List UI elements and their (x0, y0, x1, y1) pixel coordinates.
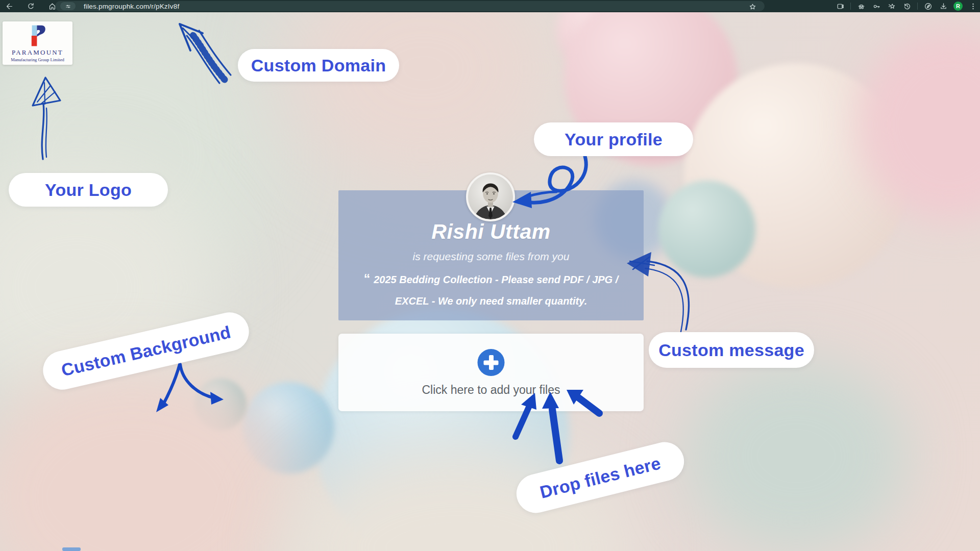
fog-teal-right (684, 359, 909, 551)
progress-dot-artifact (62, 547, 81, 551)
downloads-icon[interactable] (938, 1, 948, 11)
add-files-plus-icon[interactable] (478, 349, 505, 376)
menu-kebab-icon[interactable] (968, 1, 978, 11)
annotation-your-profile: Your profile (534, 122, 693, 156)
custom-message-text: “2025 Bedding Collection - Please send P… (338, 268, 644, 312)
requester-name: Rishi Uttam (338, 220, 644, 244)
message-line-1: 2025 Bedding Collection - Please send PD… (374, 274, 618, 285)
url-text[interactable]: files.pmgrouphk.com/r/pKzIv8f (84, 3, 179, 10)
sphere-teal (658, 181, 755, 278)
logo-title: PARAMOUNT (12, 48, 63, 57)
annotation-custom-domain: Custom Domain (238, 49, 399, 82)
energy-saver-icon[interactable] (923, 1, 933, 11)
annotation-label: Custom Domain (251, 56, 386, 76)
annotation-label: Custom message (658, 340, 804, 360)
history-icon[interactable] (902, 1, 912, 11)
site-settings-icon[interactable] (60, 2, 76, 10)
browser-profile-avatar[interactable]: R (953, 2, 963, 11)
company-logo: PARAMOUNT Manufacturing Group Limited (3, 21, 72, 65)
starburst-icon[interactable] (887, 1, 897, 11)
incognito-icon[interactable] (856, 1, 866, 11)
reload-icon[interactable] (26, 1, 36, 11)
toolbar-divider (850, 3, 851, 10)
toolbar-divider (917, 3, 918, 10)
annotation-your-logo: Your Logo (9, 173, 168, 207)
fog-pink-bottom (0, 364, 296, 551)
annotation-custom-message: Custom message (649, 332, 814, 368)
address-bar[interactable]: files.pmgrouphk.com/r/pKzIv8f (55, 1, 765, 11)
profile-avatar (466, 172, 515, 221)
bookmark-star-icon[interactable] (747, 2, 757, 12)
cloud-shape (286, 12, 561, 186)
annotation-label: Your profile (565, 130, 663, 149)
paramount-logo-mark (29, 24, 46, 47)
browser-toolbar: files.pmgrouphk.com/r/pKzIv8f (0, 0, 980, 12)
quote-mark: “ (364, 271, 371, 286)
back-icon[interactable] (4, 1, 14, 11)
request-subtitle: is requesting some files from you (338, 251, 644, 263)
annotation-label: Your Logo (45, 180, 132, 200)
file-upload-dropzone[interactable]: Click here to add your files (338, 334, 644, 411)
password-key-icon[interactable] (871, 1, 881, 11)
screenshot-root: files.pmgrouphk.com/r/pKzIv8f (0, 0, 980, 551)
logo-subtitle: Manufacturing Group Limited (11, 57, 64, 62)
extensions-icon[interactable] (835, 1, 845, 11)
dropzone-label: Click here to add your files (338, 383, 644, 397)
message-line-2: EXCEL - We only need smaller quantity. (395, 295, 587, 307)
